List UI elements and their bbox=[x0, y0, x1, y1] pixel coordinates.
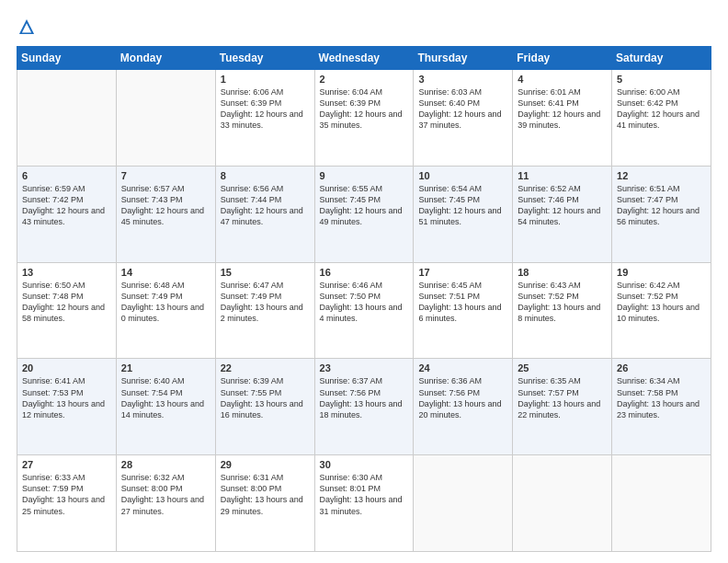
calendar-cell: 8Sunrise: 6:56 AM Sunset: 7:44 PM Daylig… bbox=[215, 166, 314, 262]
weekday-wednesday: Wednesday bbox=[314, 47, 414, 70]
day-info: Sunrise: 6:35 AM Sunset: 7:57 PM Dayligh… bbox=[518, 375, 607, 420]
day-info: Sunrise: 6:36 AM Sunset: 7:56 PM Dayligh… bbox=[418, 375, 507, 420]
day-number: 14 bbox=[121, 267, 210, 278]
day-number: 4 bbox=[518, 74, 607, 85]
calendar-cell: 2Sunrise: 6:04 AM Sunset: 6:39 PM Daylig… bbox=[314, 70, 414, 167]
calendar-week-1: 1Sunrise: 6:06 AM Sunset: 6:39 PM Daylig… bbox=[17, 70, 711, 167]
weekday-tuesday: Tuesday bbox=[215, 47, 314, 70]
calendar-cell: 15Sunrise: 6:47 AM Sunset: 7:49 PM Dayli… bbox=[215, 262, 314, 359]
calendar-cell: 10Sunrise: 6:54 AM Sunset: 7:45 PM Dayli… bbox=[414, 166, 513, 262]
day-number: 25 bbox=[518, 362, 607, 373]
calendar-cell: 4Sunrise: 6:01 AM Sunset: 6:41 PM Daylig… bbox=[513, 70, 612, 167]
day-info: Sunrise: 6:52 AM Sunset: 7:46 PM Dayligh… bbox=[518, 183, 607, 228]
day-info: Sunrise: 6:06 AM Sunset: 6:39 PM Dayligh… bbox=[221, 86, 310, 132]
day-number: 22 bbox=[221, 362, 310, 373]
calendar-cell: 26Sunrise: 6:34 AM Sunset: 7:58 PM Dayli… bbox=[612, 359, 711, 455]
day-number: 30 bbox=[320, 459, 409, 470]
day-info: Sunrise: 6:50 AM Sunset: 7:48 PM Dayligh… bbox=[22, 280, 111, 325]
day-info: Sunrise: 6:56 AM Sunset: 7:44 PM Dayligh… bbox=[221, 183, 310, 228]
calendar-cell: 24Sunrise: 6:36 AM Sunset: 7:56 PM Dayli… bbox=[414, 359, 513, 455]
calendar-cell: 23Sunrise: 6:37 AM Sunset: 7:56 PM Dayli… bbox=[314, 359, 414, 455]
day-info: Sunrise: 6:47 AM Sunset: 7:49 PM Dayligh… bbox=[221, 280, 310, 325]
day-number: 28 bbox=[121, 459, 210, 470]
day-number: 10 bbox=[418, 170, 507, 181]
calendar-cell: 27Sunrise: 6:33 AM Sunset: 7:59 PM Dayli… bbox=[17, 455, 117, 552]
day-info: Sunrise: 6:33 AM Sunset: 7:59 PM Dayligh… bbox=[22, 472, 111, 517]
day-number: 29 bbox=[221, 459, 310, 470]
calendar-cell: 6Sunrise: 6:59 AM Sunset: 7:42 PM Daylig… bbox=[17, 166, 117, 262]
day-info: Sunrise: 6:31 AM Sunset: 8:00 PM Dayligh… bbox=[221, 472, 310, 517]
day-number: 18 bbox=[518, 267, 607, 278]
day-number: 5 bbox=[617, 74, 706, 85]
day-number: 16 bbox=[320, 267, 409, 278]
day-number: 20 bbox=[22, 362, 111, 373]
calendar-week-5: 27Sunrise: 6:33 AM Sunset: 7:59 PM Dayli… bbox=[17, 455, 711, 552]
calendar-cell: 22Sunrise: 6:39 AM Sunset: 7:55 PM Dayli… bbox=[215, 359, 314, 455]
day-info: Sunrise: 6:34 AM Sunset: 7:58 PM Dayligh… bbox=[617, 375, 706, 420]
calendar-cell bbox=[612, 455, 711, 552]
calendar-cell: 30Sunrise: 6:30 AM Sunset: 8:01 PM Dayli… bbox=[314, 455, 414, 552]
day-number: 15 bbox=[221, 267, 310, 278]
calendar-week-4: 20Sunrise: 6:41 AM Sunset: 7:53 PM Dayli… bbox=[17, 359, 711, 455]
calendar-cell bbox=[17, 70, 117, 167]
day-info: Sunrise: 6:37 AM Sunset: 7:56 PM Dayligh… bbox=[320, 375, 409, 420]
day-info: Sunrise: 6:46 AM Sunset: 7:50 PM Dayligh… bbox=[320, 280, 409, 325]
weekday-header-row: SundayMondayTuesdayWednesdayThursdayFrid… bbox=[17, 47, 711, 70]
day-info: Sunrise: 6:03 AM Sunset: 6:40 PM Dayligh… bbox=[418, 86, 507, 132]
calendar-week-2: 6Sunrise: 6:59 AM Sunset: 7:42 PM Daylig… bbox=[17, 166, 711, 262]
day-info: Sunrise: 6:39 AM Sunset: 7:55 PM Dayligh… bbox=[221, 375, 310, 420]
day-info: Sunrise: 6:41 AM Sunset: 7:53 PM Dayligh… bbox=[22, 375, 111, 420]
day-info: Sunrise: 6:40 AM Sunset: 7:54 PM Dayligh… bbox=[121, 375, 210, 420]
calendar-table: SundayMondayTuesdayWednesdayThursdayFrid… bbox=[17, 46, 711, 552]
day-info: Sunrise: 6:45 AM Sunset: 7:51 PM Dayligh… bbox=[418, 280, 507, 325]
day-info: Sunrise: 6:51 AM Sunset: 7:47 PM Dayligh… bbox=[617, 183, 706, 228]
day-number: 8 bbox=[221, 170, 310, 181]
calendar-cell bbox=[116, 70, 215, 167]
day-info: Sunrise: 6:01 AM Sunset: 6:41 PM Dayligh… bbox=[518, 86, 607, 132]
day-info: Sunrise: 6:55 AM Sunset: 7:45 PM Dayligh… bbox=[320, 183, 409, 228]
day-info: Sunrise: 6:54 AM Sunset: 7:45 PM Dayligh… bbox=[418, 183, 507, 228]
header bbox=[17, 17, 711, 37]
day-number: 11 bbox=[518, 170, 607, 181]
calendar-cell: 5Sunrise: 6:00 AM Sunset: 6:42 PM Daylig… bbox=[612, 70, 711, 167]
logo bbox=[17, 17, 40, 37]
calendar-cell: 16Sunrise: 6:46 AM Sunset: 7:50 PM Dayli… bbox=[314, 262, 414, 359]
weekday-friday: Friday bbox=[513, 47, 612, 70]
day-info: Sunrise: 6:42 AM Sunset: 7:52 PM Dayligh… bbox=[617, 280, 706, 325]
day-info: Sunrise: 6:43 AM Sunset: 7:52 PM Dayligh… bbox=[518, 280, 607, 325]
page: SundayMondayTuesdayWednesdayThursdayFrid… bbox=[0, 0, 728, 563]
calendar-cell: 25Sunrise: 6:35 AM Sunset: 7:57 PM Dayli… bbox=[513, 359, 612, 455]
day-number: 1 bbox=[221, 74, 310, 85]
calendar-cell: 9Sunrise: 6:55 AM Sunset: 7:45 PM Daylig… bbox=[314, 166, 414, 262]
day-number: 19 bbox=[617, 267, 706, 278]
calendar-cell: 18Sunrise: 6:43 AM Sunset: 7:52 PM Dayli… bbox=[513, 262, 612, 359]
calendar-cell bbox=[414, 455, 513, 552]
weekday-thursday: Thursday bbox=[414, 47, 513, 70]
day-number: 21 bbox=[121, 362, 210, 373]
day-number: 13 bbox=[22, 267, 111, 278]
day-number: 26 bbox=[617, 362, 706, 373]
day-number: 9 bbox=[320, 170, 409, 181]
weekday-monday: Monday bbox=[116, 47, 215, 70]
weekday-saturday: Saturday bbox=[612, 47, 711, 70]
day-info: Sunrise: 6:04 AM Sunset: 6:39 PM Dayligh… bbox=[320, 86, 409, 132]
day-info: Sunrise: 6:59 AM Sunset: 7:42 PM Dayligh… bbox=[22, 183, 111, 228]
calendar-cell: 14Sunrise: 6:48 AM Sunset: 7:49 PM Dayli… bbox=[116, 262, 215, 359]
day-number: 17 bbox=[418, 267, 507, 278]
calendar-cell: 19Sunrise: 6:42 AM Sunset: 7:52 PM Dayli… bbox=[612, 262, 711, 359]
day-info: Sunrise: 6:30 AM Sunset: 8:01 PM Dayligh… bbox=[320, 472, 409, 517]
day-number: 3 bbox=[418, 74, 507, 85]
day-info: Sunrise: 6:57 AM Sunset: 7:43 PM Dayligh… bbox=[121, 183, 210, 228]
day-info: Sunrise: 6:32 AM Sunset: 8:00 PM Dayligh… bbox=[121, 472, 210, 517]
calendar-cell: 21Sunrise: 6:40 AM Sunset: 7:54 PM Dayli… bbox=[116, 359, 215, 455]
calendar-cell: 29Sunrise: 6:31 AM Sunset: 8:00 PM Dayli… bbox=[215, 455, 314, 552]
day-number: 6 bbox=[22, 170, 111, 181]
calendar-cell: 7Sunrise: 6:57 AM Sunset: 7:43 PM Daylig… bbox=[116, 166, 215, 262]
day-info: Sunrise: 6:48 AM Sunset: 7:49 PM Dayligh… bbox=[121, 280, 210, 325]
day-number: 2 bbox=[320, 74, 409, 85]
calendar-cell: 20Sunrise: 6:41 AM Sunset: 7:53 PM Dayli… bbox=[17, 359, 117, 455]
calendar-cell: 11Sunrise: 6:52 AM Sunset: 7:46 PM Dayli… bbox=[513, 166, 612, 262]
weekday-sunday: Sunday bbox=[17, 47, 117, 70]
calendar-cell: 3Sunrise: 6:03 AM Sunset: 6:40 PM Daylig… bbox=[414, 70, 513, 167]
calendar-cell: 1Sunrise: 6:06 AM Sunset: 6:39 PM Daylig… bbox=[215, 70, 314, 167]
